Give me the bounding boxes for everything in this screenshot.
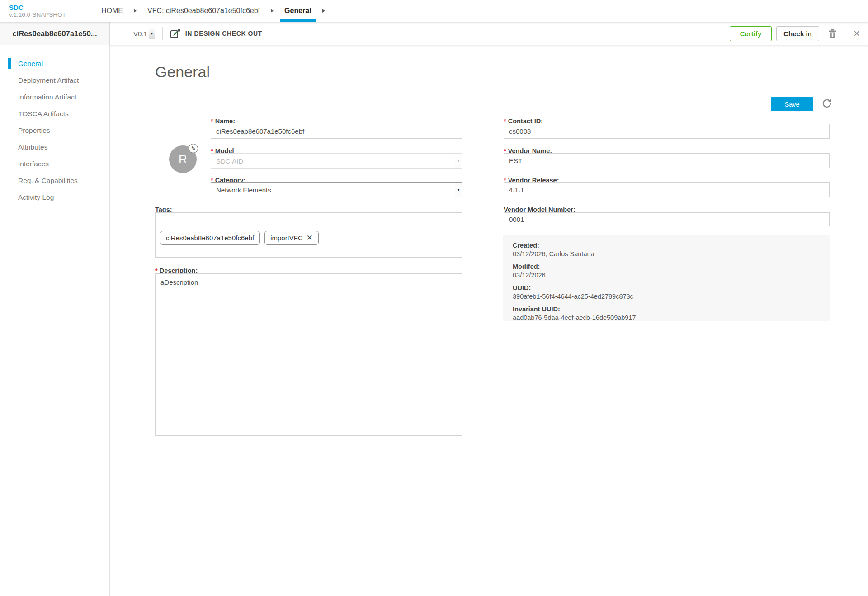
vendor-model-number-input[interactable]: [504, 212, 830, 226]
pencil-icon: ✎: [191, 145, 195, 151]
tags-input[interactable]: [155, 212, 462, 226]
close-button[interactable]: ×: [852, 26, 862, 41]
toolbar: V0.1 ▼ IN DESIGN CHECK OUT Certify Check…: [110, 22, 868, 45]
resource-name-title: ciRes0eab8e607a1e50...: [12, 29, 97, 38]
vendor-name-input[interactable]: [504, 153, 830, 168]
version-dropdown-arrow-icon[interactable]: ▼: [149, 28, 155, 39]
revert-button[interactable]: [821, 98, 833, 110]
created-label: Created:: [513, 241, 820, 250]
active-tab-underline: [280, 19, 316, 22]
contact-id-input[interactable]: [504, 124, 830, 139]
edit-avatar-button[interactable]: ✎: [189, 144, 198, 153]
sidebar-item-deployment-artifact[interactable]: Deployment Artifact: [0, 72, 109, 89]
sidebar-item-activity-log[interactable]: Activity Log: [0, 189, 109, 206]
created-value: 03/12/2026, Carlos Santana: [513, 250, 820, 258]
tag-chip: ciRes0eab8e607a1e50fc6ebf: [160, 231, 260, 245]
close-icon: ×: [854, 28, 860, 39]
breadcrumb: HOME VFC: ciRes0eab8e607a1e50fc6ebf Gene…: [97, 0, 331, 22]
invariant-uuid-value: aad0ab76-5daa-4edf-aecb-16de509ab917: [513, 314, 820, 322]
modified-value: 03/12/2026: [513, 271, 820, 280]
app-logo: SDC v.1.16.0-SNAPSHOT: [0, 4, 97, 18]
sidebar-item-general[interactable]: General: [0, 55, 109, 72]
general-form-content: General Save R ✎ *Name: *Mod: [110, 45, 868, 596]
check-in-button[interactable]: Check in: [776, 26, 819, 41]
save-button[interactable]: Save: [771, 97, 813, 111]
uuid-value: 390afeb1-56f4-4644-ac25-4ed2789c873c: [513, 292, 820, 301]
version-value: V0.1: [133, 30, 147, 38]
tags-container: ciRes0eab8e607a1e50fc6ebf importVFC ✕: [155, 226, 462, 258]
uuid-label: UUID:: [513, 284, 820, 292]
breadcrumb-arrow-icon: [322, 9, 325, 13]
toolbar-divider: [845, 27, 845, 40]
certify-button[interactable]: Certify: [730, 26, 772, 41]
top-header: SDC v.1.16.0-SNAPSHOT HOME VFC: ciRes0ea…: [0, 0, 868, 22]
invariant-uuid-label: Invariant UUID:: [513, 305, 820, 314]
sidebar-item-attributes[interactable]: Attributes: [0, 139, 109, 155]
breadcrumb-vfc[interactable]: VFC: ciRes0eab8e607a1e50fc6ebf: [143, 0, 264, 22]
tag-chip: importVFC ✕: [264, 231, 319, 245]
trash-icon: [828, 29, 837, 38]
checkout-icon: [170, 28, 181, 38]
delete-button[interactable]: [826, 27, 839, 40]
avatar-letter: R: [179, 152, 187, 166]
chevron-down-icon: ▼: [455, 154, 462, 168]
refresh-icon: [821, 98, 832, 109]
active-item-bar: [8, 58, 11, 69]
sidebar: ciRes0eab8e607a1e50... General Deploymen…: [0, 22, 110, 596]
vendor-release-input[interactable]: [504, 182, 830, 197]
app-logo-title: SDC: [9, 4, 97, 11]
breadcrumb-general-active-tab[interactable]: General: [280, 0, 316, 22]
app-version: v.1.16.0-SNAPSHOT: [9, 11, 97, 18]
description-textarea[interactable]: aDescription: [155, 273, 462, 436]
sidebar-nav: General Deployment Artifact Information …: [0, 45, 109, 206]
metadata-panel: Created: 03/12/2026, Carlos Santana Modi…: [503, 235, 830, 321]
sidebar-item-tosca-artifacts[interactable]: TOSCA Artifacts: [0, 105, 109, 122]
name-input[interactable]: [211, 124, 462, 139]
category-select[interactable]: Network Elements ▼: [211, 182, 462, 197]
lifecycle-status: IN DESIGN CHECK OUT: [170, 28, 262, 38]
chevron-down-icon: ▼: [455, 183, 462, 197]
status-label: IN DESIGN CHECK OUT: [185, 30, 262, 37]
model-select: SDC AID ▼: [211, 153, 462, 169]
page-title: General: [155, 63, 210, 81]
breadcrumb-arrow-icon: [271, 9, 274, 13]
breadcrumb-arrow-icon: [134, 9, 137, 13]
toolbar-divider: [162, 27, 163, 40]
sidebar-item-properties[interactable]: Properties: [0, 122, 109, 139]
sidebar-item-req-capabilities[interactable]: Req. & Capabilities: [0, 172, 109, 189]
breadcrumb-home[interactable]: HOME: [97, 0, 127, 22]
remove-tag-icon[interactable]: ✕: [307, 234, 313, 242]
resource-avatar: R ✎: [169, 145, 197, 173]
sidebar-header: ciRes0eab8e607a1e50...: [0, 22, 109, 45]
sidebar-item-information-artifact[interactable]: Information Artifact: [0, 89, 109, 105]
version-selector[interactable]: V0.1 ▼: [133, 28, 155, 39]
sidebar-item-interfaces[interactable]: Interfaces: [0, 155, 109, 172]
modified-label: Modifed:: [513, 263, 820, 271]
